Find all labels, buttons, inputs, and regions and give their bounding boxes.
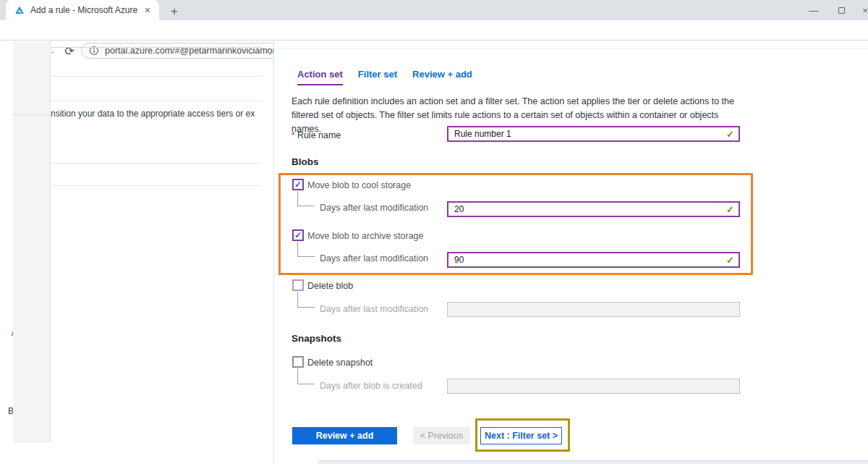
days-delete-blob-input — [447, 302, 740, 317]
new-tab-button[interactable]: + — [166, 3, 182, 20]
days-archive-input[interactable] — [447, 252, 740, 268]
checkbox-check-icon: ✓ — [294, 231, 302, 240]
move-cool-checkbox[interactable]: ✓ — [292, 179, 304, 190]
tab-review-add[interactable]: Review + add — [412, 69, 472, 85]
blade-tab-bar: Action set Filter set Review + add — [297, 69, 472, 85]
previous-button[interactable]: < Previous — [413, 427, 470, 444]
window-restore-button[interactable] — [829, 0, 854, 20]
background-sidebar-column — [13, 41, 51, 443]
required-asterisk: * — [292, 130, 295, 140]
browser-tab-strip: Add a rule - Microsoft Azure × + — × — [0, 0, 868, 20]
valid-check-icon: ✓ — [726, 255, 734, 266]
move-archive-checkbox[interactable]: ✓ — [292, 229, 304, 241]
background-row-line — [51, 76, 262, 77]
window-close-button[interactable]: × — [858, 0, 868, 20]
valid-check-icon: ✓ — [726, 204, 734, 215]
delete-blob-checkbox[interactable] — [292, 279, 304, 291]
bottom-status-strip — [318, 460, 868, 464]
browser-toolbar: ← → ⟳ portal.azure.com/#@petarmarinkovic… — [0, 20, 868, 41]
checkbox-check-icon: ✓ — [294, 180, 302, 189]
window-minimize-button[interactable]: — — [801, 0, 826, 20]
days-label-archive: Days after last modification — [320, 253, 428, 263]
delete-blob-label: Delete blob — [307, 281, 353, 291]
delete-snapshot-label: Delete snapshot — [307, 358, 373, 368]
background-divider — [13, 114, 51, 115]
days-snapshot-input — [447, 379, 740, 394]
connector-line — [297, 292, 315, 308]
background-fragment-text: nsition your data to the appropriate acc… — [51, 109, 255, 119]
background-row-line — [51, 47, 262, 48]
connector-line — [297, 191, 315, 206]
browser-tab[interactable]: Add a rule - Microsoft Azure × — [6, 0, 159, 20]
tab-filter-set[interactable]: Filter set — [358, 69, 397, 85]
add-rule-blade: Action set Filter set Review + add Each … — [273, 41, 868, 464]
days-label-delete-blob: Days after last modification — [320, 304, 428, 314]
azure-logo-icon — [14, 5, 25, 15]
tab-action-set[interactable]: Action set — [297, 69, 343, 85]
background-row-line — [51, 101, 262, 101]
background-row-line — [51, 163, 262, 164]
move-archive-label: Move blob to archive storage — [307, 231, 424, 241]
section-title-snapshots: Snapshots — [292, 333, 341, 344]
blade-top-divider — [274, 48, 868, 48]
rule-name-input[interactable] — [447, 126, 740, 142]
section-title-blobs: Blobs — [292, 156, 319, 167]
move-cool-label: Move blob to cool storage — [307, 180, 411, 190]
days-label-snapshot: Days after blob is created — [320, 381, 422, 391]
tab-close-icon[interactable]: × — [142, 4, 153, 17]
annotation-box-olive — [475, 418, 570, 452]
days-label-cool: Days after last modification — [320, 203, 428, 213]
delete-snapshot-checkbox[interactable] — [292, 356, 304, 368]
restore-icon — [838, 7, 845, 14]
connector-line — [297, 368, 315, 384]
rule-name-label: *Rule name — [292, 130, 341, 140]
background-row-line — [51, 185, 262, 186]
tab-title: Add a rule - Microsoft Azure — [30, 5, 142, 15]
connector-line — [297, 242, 315, 257]
valid-check-icon: ✓ — [726, 129, 734, 140]
refresh-button[interactable]: ⟳ — [61, 42, 78, 59]
review-add-button[interactable]: Review + add — [292, 427, 397, 444]
days-cool-input[interactable] — [447, 201, 740, 217]
